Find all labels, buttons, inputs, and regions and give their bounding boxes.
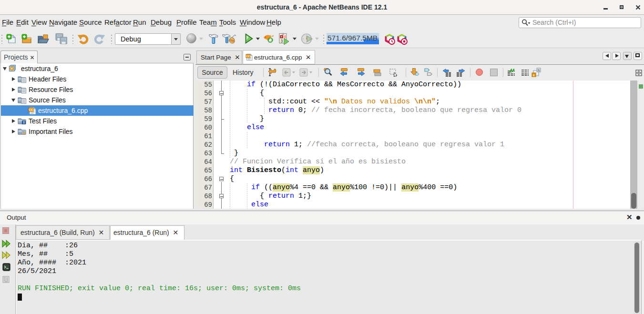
svg-text:c: c (533, 73, 535, 77)
svg-text:h: h (538, 69, 540, 72)
svg-text:3: 3 (281, 39, 283, 43)
svg-text:T: T (23, 121, 25, 124)
svg-text:CC: CC (246, 55, 250, 58)
svg-text:CC: CC (29, 108, 34, 111)
